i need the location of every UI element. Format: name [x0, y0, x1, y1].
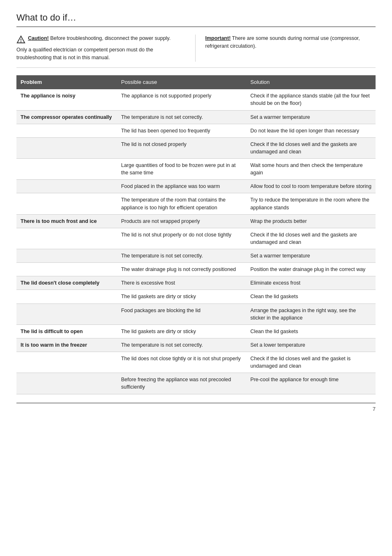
caution-block: Caution! Before troubleshooting, disconn… [16, 35, 196, 62]
cause-cell: The water drainage plug is not correctly… [117, 263, 247, 276]
table-row: The lid is not shut properly or do not c… [16, 228, 376, 249]
important-block: Important! There are some sounds during … [196, 35, 376, 62]
solution-cell: Eliminate excess frost [246, 276, 376, 290]
table-row: The temperature is not set correctly.Set… [16, 249, 376, 263]
col-header-solution: Solution [246, 75, 376, 90]
solution-cell: Allow food to cool to room temperature b… [246, 180, 376, 193]
table-row: The lid does not close tightly or it is … [16, 352, 376, 373]
cause-cell: The temperature of the room that contain… [117, 193, 247, 214]
solution-cell: Set a lower temperature [246, 338, 376, 352]
solution-cell: Check if the lid closes well and the gas… [246, 228, 376, 249]
problem-cell [16, 263, 117, 276]
table-row: Large quantities of food to be frozen we… [16, 159, 376, 180]
problem-cell [16, 193, 117, 214]
solution-cell: Check if the appliance stands stable (al… [246, 89, 376, 110]
cause-cell: The temperature is not set correctly. [117, 110, 247, 124]
table-row: The compressor operates continuallyThe t… [16, 110, 376, 124]
troubleshooting-table: Problem Possible cause Solution The appl… [16, 75, 376, 394]
caution-triangle-icon [16, 35, 25, 44]
table-row: The lid is difficult to openThe lid gask… [16, 324, 376, 338]
solution-cell: Wrap the products better [246, 214, 376, 228]
problem-cell [16, 290, 117, 303]
table-row: Food packages are blocking the lidArrang… [16, 303, 376, 324]
problem-cell: It is too warm in the freezer [16, 338, 117, 352]
table-row: The water drainage plug is not correctly… [16, 263, 376, 276]
table-row: Food placed in the appliance was too war… [16, 180, 376, 193]
solution-cell: Check if the lid closes well and the gas… [246, 352, 376, 373]
problem-cell: The compressor operates continually [16, 110, 117, 124]
solution-cell: Arrange the packages in the right way, s… [246, 303, 376, 324]
table-row: Before freezing the appliance was not pr… [16, 373, 376, 394]
problem-cell [16, 249, 117, 263]
col-header-cause: Possible cause [117, 75, 247, 90]
solution-cell: Pre-cool the appliance for enough time [246, 373, 376, 394]
problem-cell [16, 228, 117, 249]
solution-cell: Clean the lid gaskets [246, 324, 376, 338]
problem-cell [16, 159, 117, 180]
page-footer: 7 [16, 403, 376, 412]
table-header-row: Problem Possible cause Solution [16, 75, 376, 90]
cause-cell: There is excessive frost [117, 276, 247, 290]
caution-sub-text: Only a qualified electrician or competen… [16, 46, 187, 62]
solution-cell: Do not leave the lid open longer than ne… [246, 124, 376, 137]
col-header-problem: Problem [16, 75, 117, 90]
cause-cell: The lid gaskets are dirty or sticky [117, 324, 247, 338]
cause-cell: Food placed in the appliance was too war… [117, 180, 247, 193]
table-row: The lid is not closed properlyCheck if t… [16, 137, 376, 158]
intro-section: Caution! Before troubleshooting, disconn… [16, 35, 376, 68]
page-title: What to do if… [16, 12, 376, 27]
solution-cell: Set a warmer temperature [246, 249, 376, 263]
problem-cell [16, 352, 117, 373]
cause-cell: The lid is not closed properly [117, 137, 247, 158]
cause-cell: Products are not wrapped properly [117, 214, 247, 228]
solution-cell: Set a warmer temperature [246, 110, 376, 124]
solution-cell: Wait some hours and then check the tempe… [246, 159, 376, 180]
important-label: Important! [205, 35, 231, 41]
problem-cell [16, 124, 117, 137]
solution-cell: Clean the lid gaskets [246, 290, 376, 303]
cause-cell: The temperature is not set correctly. [117, 249, 247, 263]
table-row: The lid gaskets are dirty or stickyClean… [16, 290, 376, 303]
problem-cell: The lid doesn't close completely [16, 276, 117, 290]
svg-point-1 [21, 42, 21, 42]
problem-cell [16, 303, 117, 324]
table-row: It is too warm in the freezerThe tempera… [16, 338, 376, 352]
table-row: The appliance is noisyThe appliance is n… [16, 89, 376, 110]
solution-cell: Position the water drainage plug in the … [246, 263, 376, 276]
cause-cell: The appliance is not supported properly [117, 89, 247, 110]
cause-cell: The lid is not shut properly or do not c… [117, 228, 247, 249]
table-row: The temperature of the room that contain… [16, 193, 376, 214]
cause-cell: The lid gaskets are dirty or sticky [117, 290, 247, 303]
cause-cell: Before freezing the appliance was not pr… [117, 373, 247, 394]
cause-cell: The lid does not close tightly or it is … [117, 352, 247, 373]
problem-cell: The appliance is noisy [16, 89, 117, 110]
table-row: The lid doesn't close completelyThere is… [16, 276, 376, 290]
problem-cell [16, 137, 117, 158]
problem-cell [16, 373, 117, 394]
caution-label: Caution! [28, 35, 49, 41]
cause-cell: The temperature is not set correctly. [117, 338, 247, 352]
solution-cell: Try to reduce the temperature in the roo… [246, 193, 376, 214]
problem-cell [16, 180, 117, 193]
problem-cell: There is too much frost and ice [16, 214, 117, 228]
cause-cell: The lid has been opened too frequently [117, 124, 247, 137]
cause-cell: Food packages are blocking the lid [117, 303, 247, 324]
caution-text: Caution! Before troubleshooting, disconn… [28, 35, 171, 42]
cause-cell: Large quantities of food to be frozen we… [117, 159, 247, 180]
table-row: The lid has been opened too frequentlyDo… [16, 124, 376, 137]
page-number: 7 [373, 406, 376, 412]
problem-cell: The lid is difficult to open [16, 324, 117, 338]
solution-cell: Check if the lid closes well and the gas… [246, 137, 376, 158]
table-row: There is too much frost and iceProducts … [16, 214, 376, 228]
